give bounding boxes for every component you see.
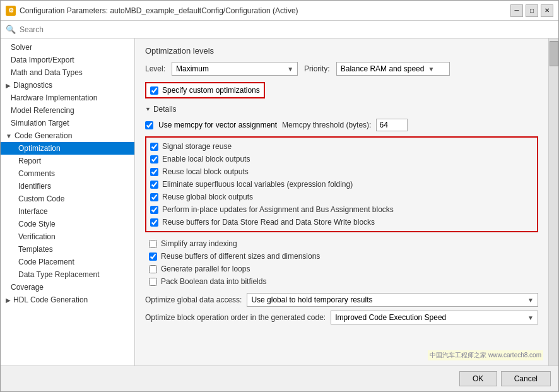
window-title: Configuration Parameters: autoMBD_exampl… <box>20 6 298 15</box>
generate-parallel-checkbox[interactable] <box>149 265 157 273</box>
diagnostics-arrow: ▶ <box>6 82 11 89</box>
comments-label: Comments <box>18 169 55 178</box>
optimize-global-dropdown-arrow: ▼ <box>527 297 534 304</box>
checkbox-reuse-global-block: Reuse global block outputs <box>146 191 537 203</box>
memcpy-row: Use memcpy for vector assignment Memcpy … <box>145 119 538 131</box>
code-generation-label: Code Generation <box>15 131 72 140</box>
custom-opt-row: Specify custom optimizations <box>145 82 265 98</box>
details-header: ▼ Details <box>145 105 538 114</box>
sidebar-item-optimization[interactable]: Optimization <box>1 142 134 155</box>
bottom-bar: OK Cancel <box>1 365 558 391</box>
reuse-global-block-checkbox[interactable] <box>150 193 158 201</box>
diagnostics-label: Diagnostics <box>13 81 52 90</box>
priority-dropdown-arrow: ▼ <box>428 66 434 73</box>
optimize-global-dropdown[interactable]: Use global to hold temporary results ▼ <box>247 293 538 307</box>
optimize-block-dropdown-arrow: ▼ <box>527 314 534 321</box>
eliminate-superfluous-checkbox[interactable] <box>150 181 158 189</box>
sidebar-item-data-import-export[interactable]: Data Import/Export <box>1 54 134 66</box>
sidebar-item-model-referencing[interactable]: Model Referencing <box>1 104 134 117</box>
simulation-target-label: Simulation Target <box>11 119 69 128</box>
reuse-buffers-different-label: Reuse buffers of different sizes and dim… <box>161 252 320 261</box>
sidebar-item-identifiers[interactable]: Identifiers <box>1 180 134 193</box>
sidebar-item-coverage[interactable]: Coverage <box>1 281 134 294</box>
level-label: Level: <box>145 64 165 73</box>
math-data-types-label: Math and Data Types <box>11 68 83 77</box>
memcpy-threshold-input[interactable] <box>376 119 408 131</box>
window-controls: ─ □ ✕ <box>510 4 553 17</box>
sidebar-item-templates[interactable]: Templates <box>1 243 134 256</box>
sidebar-item-custom-code[interactable]: Custom Code <box>1 193 134 205</box>
sidebar-item-simulation-target[interactable]: Simulation Target <box>1 117 134 129</box>
checkbox-reuse-buffers-data-store: Reuse buffers for Data Store Read and Da… <box>146 216 537 229</box>
maximize-button[interactable]: □ <box>526 4 538 17</box>
checkbox-enable-local-block: Enable local block outputs <box>146 153 537 165</box>
details-label: Details <box>153 105 177 114</box>
optimize-global-label: Optimize global data access: <box>145 295 242 304</box>
sidebar: Solver Data Import/Export Math and Data … <box>1 39 135 365</box>
sidebar-item-math-data-types[interactable]: Math and Data Types <box>1 66 134 79</box>
details-triangle: ▼ <box>145 106 151 112</box>
level-dropdown[interactable]: Maximum ▼ <box>172 62 298 76</box>
close-button[interactable]: ✕ <box>541 4 553 17</box>
sidebar-item-solver[interactable]: Solver <box>1 41 134 54</box>
search-input[interactable] <box>20 25 553 34</box>
memcpy-label: Use memcpy for vector assignment <box>158 121 277 129</box>
app-icon: ⚙ <box>6 6 16 16</box>
coverage-label: Coverage <box>11 283 44 292</box>
hdl-code-generation-label: HDL Code Generation <box>13 295 88 304</box>
model-referencing-label: Model Referencing <box>11 106 74 115</box>
priority-label: Priority: <box>304 64 330 73</box>
perform-in-place-checkbox[interactable] <box>150 206 158 214</box>
section-title: Optimization levels <box>145 46 538 56</box>
simplify-array-checkbox[interactable] <box>149 240 157 248</box>
hardware-implementation-label: Hardware Implementation <box>11 93 97 102</box>
checkbox-simplify-array: Simplify array indexing <box>145 237 538 250</box>
scroll-thumb[interactable] <box>550 41 558 66</box>
title-bar: ⚙ Configuration Parameters: autoMBD_exam… <box>1 1 558 21</box>
pack-boolean-checkbox[interactable] <box>149 278 157 286</box>
ok-button[interactable]: OK <box>459 371 497 386</box>
priority-value: Balance RAM and speed <box>341 64 425 73</box>
reuse-local-block-label: Reuse local block outputs <box>162 167 249 176</box>
sidebar-item-interface[interactable]: Interface <box>1 205 134 218</box>
simplify-array-label: Simplify array indexing <box>161 239 237 248</box>
sidebar-item-code-style[interactable]: Code Style <box>1 218 134 230</box>
code-placement-label: Code Placement <box>18 258 74 266</box>
memcpy-checkbox[interactable] <box>145 121 153 129</box>
cancel-button[interactable]: Cancel <box>501 371 551 386</box>
memcpy-threshold-label: Memcpy threshold (bytes): <box>282 121 371 129</box>
specify-custom-checkbox[interactable] <box>150 86 158 95</box>
minimize-button[interactable]: ─ <box>510 4 523 17</box>
checkbox-perform-in-place: Perform in-place updates for Assignment … <box>146 203 537 216</box>
eliminate-superfluous-label: Eliminate superfluous local variables (e… <box>162 180 353 189</box>
main-window: ⚙ Configuration Parameters: autoMBD_exam… <box>0 0 559 392</box>
scrollbar[interactable] <box>548 39 558 365</box>
sidebar-item-report[interactable]: Report <box>1 155 134 167</box>
sidebar-item-hdl-code-generation[interactable]: ▶ HDL Code Generation <box>1 294 134 306</box>
code-style-label: Code Style <box>18 220 56 229</box>
optimization-label: Optimization <box>18 144 61 153</box>
checkbox-pack-boolean: Pack Boolean data into bitfields <box>145 275 538 288</box>
sidebar-item-diagnostics[interactable]: ▶ Diagnostics <box>1 79 134 92</box>
enable-local-block-checkbox[interactable] <box>150 155 158 163</box>
sidebar-item-verification[interactable]: Verification <box>1 230 134 243</box>
verification-label: Verification <box>18 232 56 241</box>
watermark: 中国汽车工程师之家 www.cartech8.com <box>428 350 543 360</box>
interface-label: Interface <box>18 207 48 216</box>
sidebar-item-code-generation[interactable]: ▼ Code Generation <box>1 129 134 142</box>
optimize-block-dropdown[interactable]: Improved Code Execution Speed ▼ <box>331 311 538 324</box>
priority-dropdown[interactable]: Balance RAM and speed ▼ <box>336 62 450 76</box>
reuse-buffers-different-checkbox[interactable] <box>149 252 157 261</box>
sidebar-item-comments[interactable]: Comments <box>1 167 134 180</box>
reuse-local-block-checkbox[interactable] <box>150 168 158 176</box>
reuse-buffers-data-store-checkbox[interactable] <box>150 218 158 227</box>
signal-storage-reuse-checkbox[interactable] <box>150 143 158 151</box>
pack-boolean-label: Pack Boolean data into bitfields <box>161 277 266 286</box>
checkbox-reuse-buffers-different: Reuse buffers of different sizes and dim… <box>145 250 538 263</box>
sidebar-item-hardware-implementation[interactable]: Hardware Implementation <box>1 92 134 104</box>
checkbox-generate-parallel: Generate parallel for loops <box>145 263 538 275</box>
sidebar-item-code-placement[interactable]: Code Placement <box>1 256 134 268</box>
sidebar-item-data-type-replacement[interactable]: Data Type Replacement <box>1 268 134 281</box>
generate-parallel-label: Generate parallel for loops <box>161 264 250 273</box>
optimize-global-value: Use global to hold temporary results <box>251 295 372 304</box>
